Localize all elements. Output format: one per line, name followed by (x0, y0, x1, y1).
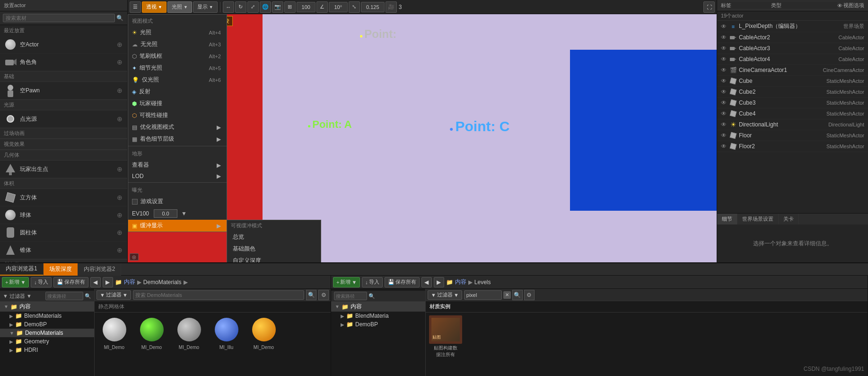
actor-item-cube[interactable]: 立方体 ⊕ (0, 189, 127, 206)
menu-lod2[interactable]: LOD ▶ (128, 171, 227, 181)
menu-game-settings[interactable]: 游戏设置 (128, 196, 227, 207)
menu-detail-light[interactable]: ✦ 细节光照 Alt+5 (128, 62, 227, 74)
world-icon[interactable]: 🌐 (260, 1, 271, 13)
maximize-icon[interactable]: ⛶ (703, 1, 715, 13)
search2-icon[interactable]: 🔍 (512, 290, 523, 300)
scale-icon[interactable]: ⤢ (247, 1, 259, 13)
show-btn[interactable]: 显示 ▼ (193, 1, 218, 13)
buffer-submenu[interactable]: 可视缓冲模式 总览 基础颜色 自定义深度 自定义模具 最终图像 着色模型 材质环… (227, 220, 321, 262)
search-input[interactable] (3, 14, 115, 22)
menu-vis-collision[interactable]: ⬡ 可视性碰撞 (128, 109, 227, 121)
tree-search-input[interactable] (45, 292, 83, 300)
scale-icon2[interactable]: ⤡ (349, 1, 360, 13)
browser2-new-btn[interactable]: + 新增 ▼ (333, 277, 360, 287)
vp-bottom-left-btn[interactable]: ◎ (130, 253, 139, 260)
eye-floor2[interactable]: 👁 (721, 143, 728, 150)
submenu-base-color[interactable]: 基础颜色 (227, 243, 321, 255)
game-settings-checkbox[interactable] (132, 199, 138, 205)
actor-item-camera[interactable]: 角色角 ⊕ (0, 54, 127, 71)
add-spawn-btn[interactable]: ⊕ (116, 165, 123, 173)
menu-lighting[interactable]: ☀ 光照 Alt+4 (128, 27, 227, 38)
filter-search-input[interactable] (464, 290, 502, 300)
asset-item-4[interactable]: MI_Illu (209, 314, 244, 376)
eye-cube3[interactable]: 👁 (721, 99, 728, 106)
tree-search-icon[interactable]: 🔍 (85, 293, 91, 299)
asset-item-2[interactable]: MI_Demo (134, 314, 169, 376)
tree-hdri[interactable]: ▶ 📁 HDRI (0, 346, 94, 354)
add-empty-btn[interactable]: ⊕ (116, 41, 123, 48)
rotate-icon[interactable]: ↻ (235, 1, 246, 13)
menu-wireframe[interactable]: ⬡ 笔刷线框 Alt+2 (128, 50, 227, 62)
asset-item-5[interactable]: MI_Demo (246, 314, 281, 376)
vp-menu-btn[interactable]: ☰ (130, 1, 141, 13)
transform-icon[interactable]: ↔ (223, 1, 234, 13)
submenu-custom-depth[interactable]: 自定义深度 (227, 255, 321, 262)
grid-icon[interactable]: ⊞ (284, 1, 296, 13)
ev100-arrow-btn[interactable]: ▼ (181, 210, 187, 217)
browser1-save-btn[interactable]: 💾 保存所有 (53, 277, 88, 287)
asset-search-icon[interactable]: 🔍 (306, 290, 316, 300)
add-cone-btn[interactable]: ⊕ (116, 246, 123, 254)
tree-demomaterials[interactable]: ▼ 📁 DemoMaterials (0, 329, 94, 337)
asset-item-1[interactable]: MI_Demo (96, 314, 132, 376)
menu-terrain-viewer[interactable]: 查看器 ▶ (128, 159, 227, 171)
filter-btn2[interactable]: ▼ 过滤器 ▼ (428, 290, 462, 300)
eye-pixel-depth[interactable]: 👁 (721, 23, 728, 30)
outliner-item-cable4[interactable]: 👁 CableActor4 CableActor (717, 54, 868, 65)
outliner-item-cube4[interactable]: 👁 Cube4 StaticMeshActor (717, 108, 868, 119)
eye-dirlight[interactable]: 👁 (721, 121, 728, 128)
actor-item-cylinder[interactable]: 圆柱体 ⊕ (0, 224, 127, 242)
add-camera-btn[interactable]: ⊕ (116, 58, 123, 66)
outliner-item-floor[interactable]: 👁 Floor StaticMeshActor (717, 130, 868, 141)
ev100-input[interactable] (154, 209, 177, 218)
actor-item-sphere[interactable]: 球体 ⊕ (0, 206, 127, 224)
view-options-btn[interactable]: 👁 视图选项 (837, 2, 864, 9)
tab-world-settings[interactable]: 世界场景设置 (737, 214, 779, 224)
breadcrumb2-content[interactable]: 内容 (455, 278, 466, 286)
browser1-import-btn[interactable]: ↓ 导入 (31, 277, 52, 287)
menu-opt-view[interactable]: ▤ 优化视图模式 ▶ (128, 121, 227, 133)
tree-content[interactable]: ▼ 📁 内容 (0, 302, 94, 312)
eye-cable2[interactable]: 👁 (721, 34, 728, 41)
filter-btn1[interactable]: ▼ 过滤器 ▼ (96, 290, 131, 300)
tab-details[interactable]: 细节 (717, 214, 737, 224)
view-mode-dropdown[interactable]: 视图模式 ☀ 光照 Alt+4 ☁ 无光照 Alt+3 ⬡ 笔刷线框 Al (128, 14, 227, 232)
tree2-search-input[interactable] (334, 292, 367, 300)
eye-floor[interactable]: 👁 (721, 132, 728, 139)
outliner-item-cable3[interactable]: 👁 CableActor3 CableActor (717, 43, 868, 54)
angle-icon[interactable]: ∠ (316, 1, 328, 13)
eye-cube[interactable]: 👁 (721, 78, 728, 84)
outliner-item-pixel-depth[interactable]: 👁 ≡ L_PixelDepth（编辑器） 世界场景 (717, 21, 868, 32)
eye-cinecam[interactable]: 👁 (721, 67, 728, 73)
menu-no-lighting[interactable]: ☁ 无光照 Alt+3 (128, 38, 227, 50)
filter-clear-btn[interactable]: ✕ (503, 291, 511, 299)
tab-browser1[interactable]: 内容浏览器1 (0, 263, 44, 276)
actor-item-cone[interactable]: 锥体 ⊕ (0, 242, 127, 259)
actor-item-point-light[interactable]: 点光源 ⊕ (0, 110, 127, 128)
tree-demobp[interactable]: ▶ 📁 DemoBP (0, 320, 94, 329)
add-cylinder-btn[interactable]: ⊕ (116, 229, 123, 236)
tree2-blend[interactable]: ▶ 📁 BlendMateria (331, 312, 425, 320)
browser2-forward-btn[interactable]: ▶ (434, 277, 444, 287)
viewport-canvas[interactable]: 视图模式 [ 驾驶 ●Point: ●Point: A ●Point: C (128, 14, 717, 262)
eye-cube2[interactable]: 👁 (721, 89, 728, 95)
outliner-item-cube2[interactable]: 👁 Cube2 StaticMeshActor (717, 87, 868, 98)
eye-cube4[interactable]: 👁 (721, 110, 728, 117)
tab-levels[interactable]: 关卡 (779, 214, 799, 224)
outliner-item-cinecam[interactable]: 👁 🎬 CineCameraActor1 CineCameraActor (717, 65, 868, 76)
outliner-item-cable2[interactable]: 👁 CableActor2 CableActor (717, 32, 868, 43)
menu-lod[interactable]: ▦ 着色细节层级 ▶ (128, 133, 227, 145)
actor-item-empty[interactable]: 空Actor ⊕ (0, 36, 127, 54)
browser2-back-btn[interactable]: ◀ (421, 277, 432, 287)
camera-icon[interactable]: 📷 (272, 1, 283, 13)
menu-reflect[interactable]: ◈ 反射 (128, 86, 227, 98)
browser1-new-btn[interactable]: + 新增 ▼ (2, 277, 29, 287)
search-icon-btn[interactable]: 🔍 (115, 13, 124, 23)
tab-scene-depth[interactable]: 场景深度 (44, 263, 78, 276)
tree-geometry[interactable]: ▶ 📁 Geometry (0, 337, 94, 346)
add-point-light-btn[interactable]: ⊕ (116, 115, 123, 123)
tree2-search-icon[interactable]: 🔍 (368, 293, 375, 299)
actor-item-pawn[interactable]: 空Pawn ⊕ (0, 82, 127, 99)
tab-browser2[interactable]: 内容浏览器2 (78, 263, 122, 276)
scale-value-input[interactable] (361, 2, 385, 12)
